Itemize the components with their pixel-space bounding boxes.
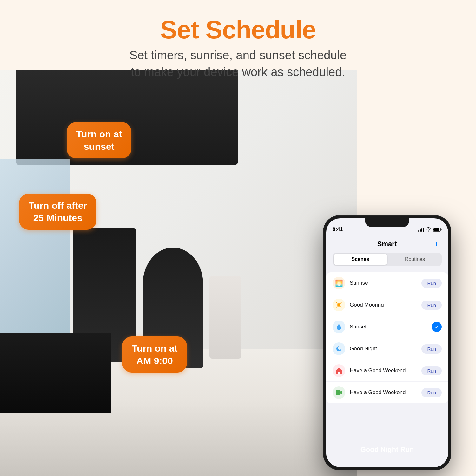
scene-name-sunrise: Sunrise: [350, 280, 421, 286]
scene-icon-sunset: [333, 321, 345, 333]
phone-screen: 9:41: [326, 218, 448, 467]
tooltip-turnon: Turn on atAM 9:00: [122, 336, 187, 373]
scene-name-goodnight: Good Night: [350, 346, 421, 352]
kitchen-window: [0, 159, 70, 349]
status-time: 9:41: [333, 227, 343, 232]
svg-rect-17: [336, 390, 340, 395]
tooltip-sunset-text: Turn on atsunset: [76, 129, 122, 152]
run-button-weekend2[interactable]: Run: [421, 388, 442, 397]
sun-icon: [335, 301, 342, 308]
tooltip-sunset: Turn on atsunset: [67, 122, 131, 158]
signal-icon: [418, 228, 424, 232]
scene-item-goodmorning[interactable]: Good Mooring Run: [326, 294, 448, 316]
scene-icon-weekend1: [333, 364, 345, 377]
tooltip-turnoff-text: Turn off after25 Minutes: [29, 200, 87, 223]
scene-name-sunset: Sunset: [350, 324, 432, 330]
add-button[interactable]: +: [432, 239, 442, 249]
status-icons: [418, 227, 442, 232]
scene-name-weekend1: Have a Good Weekend: [350, 367, 421, 374]
page-title: Set Schedule: [6, 16, 470, 44]
svg-rect-1: [420, 229, 421, 232]
home-icon: [335, 367, 342, 374]
run-button-goodnight[interactable]: Run: [421, 344, 442, 354]
wifi-icon: [426, 227, 431, 232]
check-icon-sunset: ✓: [432, 322, 442, 332]
tooltip-turnoff: Turn off after25 Minutes: [19, 194, 96, 230]
page-wrapper: Set Schedule Set timers, sunrise, and su…: [0, 0, 476, 476]
moon-icon: [335, 345, 342, 352]
svg-line-15: [337, 307, 337, 307]
svg-line-13: [340, 307, 341, 307]
svg-rect-6: [441, 229, 442, 230]
tab-scenes[interactable]: Scenes: [334, 254, 387, 265]
svg-marker-18: [340, 391, 342, 394]
run-button-weekend1[interactable]: Run: [421, 366, 442, 375]
scene-list: 🌅 Sunrise Run: [326, 270, 448, 467]
subtitle-line2: to make your device work as scheduled.: [131, 65, 345, 79]
svg-line-14: [340, 303, 341, 303]
svg-rect-5: [433, 228, 439, 231]
tooltip-turnon-text: Turn on atAM 9:00: [132, 343, 177, 366]
app-header: Smart +: [326, 235, 448, 253]
scene-icon-goodnight: [333, 342, 345, 355]
scene-item-sunset[interactable]: Sunset ✓: [326, 316, 448, 338]
tab-control[interactable]: Scenes Routines: [333, 253, 442, 266]
scene-icon-weekend2: [333, 386, 345, 399]
tab-routines[interactable]: Routines: [388, 253, 442, 266]
scene-item-sunrise[interactable]: 🌅 Sunrise Run: [326, 272, 448, 294]
phone-mockup: 9:41: [324, 216, 451, 470]
stovetop: [0, 333, 111, 413]
scene-icon-goodmorning: [333, 299, 345, 311]
svg-rect-16: [338, 372, 340, 374]
scene-icon-sunrise: 🌅: [333, 277, 345, 289]
svg-point-7: [337, 303, 340, 307]
run-button-goodmorning[interactable]: Run: [421, 301, 442, 310]
water-drop-icon: [335, 323, 342, 330]
phone-notch: [365, 216, 409, 227]
scene-item-weekend2[interactable]: Have a Good Weekend Run: [326, 382, 448, 403]
page-subtitle: Set timers, sunrise, and sunset schedule…: [6, 47, 470, 81]
scene-item-goodnight[interactable]: Good Night Run: [326, 338, 448, 360]
phone-bottom-label: Good Night Run: [360, 446, 414, 454]
svg-rect-0: [418, 230, 419, 232]
scene-item-weekend1[interactable]: Have a Good Weekend Run: [326, 360, 448, 381]
scene-name-goodmorning: Good Mooring: [350, 302, 421, 308]
header-section: Set Schedule Set timers, sunrise, and su…: [0, 0, 476, 90]
svg-rect-2: [421, 228, 422, 232]
kitchen-canister: [209, 276, 241, 359]
app-title: Smart: [377, 240, 397, 248]
subtitle-line1: Set timers, sunrise, and sunset schedule: [129, 49, 347, 62]
battery-icon: [433, 228, 442, 232]
video-icon: [335, 389, 342, 396]
svg-line-12: [337, 303, 337, 303]
scene-name-weekend2: Have a Good Weekend: [350, 389, 421, 396]
run-button-sunrise[interactable]: Run: [421, 279, 442, 288]
svg-rect-3: [423, 228, 424, 232]
